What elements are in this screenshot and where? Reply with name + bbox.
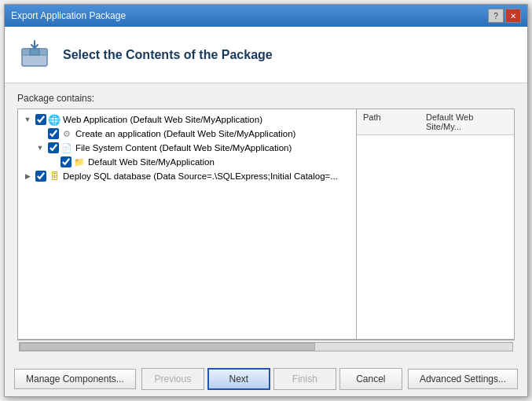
tree-label: File System Content (Default Web Site/My… (75, 143, 292, 153)
folder-icon: 📁 (73, 156, 86, 168)
globe-icon: 🌐 (48, 113, 61, 126)
previous-button[interactable]: Previous (141, 368, 204, 390)
tree-label: Default Web Site/MyApplication (88, 157, 215, 167)
tree-checkbox[interactable] (35, 114, 46, 125)
expand-icon[interactable]: ▶ (21, 170, 34, 182)
database-icon: 🗄 (48, 170, 61, 182)
expand-icon (34, 127, 46, 140)
manage-components-button[interactable]: Manage Components... (14, 369, 136, 389)
tree-row[interactable]: ▼ 📄 File System Content (Default Web Sit… (18, 141, 356, 155)
app-icon: ⚙ (61, 127, 73, 140)
tree-label: Deploy SQL database (Data Source=.\SQLEx… (63, 171, 338, 181)
tree-checkbox[interactable] (48, 142, 59, 153)
right-panel: Path Default Web Site/My... (357, 109, 514, 339)
svg-rect-2 (30, 49, 39, 55)
content-area: Package contains: ▼ 🌐 Web Application (D… (5, 83, 527, 362)
tree-row[interactable]: ▶ 🗄 Deploy SQL database (Data Source=.\S… (18, 169, 356, 183)
tree-row[interactable]: 📁 Default Web Site/MyApplication (18, 155, 356, 169)
tree-label: Web Application (Default Web Site/MyAppl… (63, 115, 262, 124)
expand-icon[interactable]: ▼ (21, 113, 34, 126)
tree-checkbox[interactable] (48, 128, 59, 139)
tree-panel[interactable]: ▼ 🌐 Web Application (Default Web Site/My… (18, 109, 357, 339)
right-panel-header: Path Default Web Site/My... (357, 109, 514, 135)
finish-button[interactable]: Finish (273, 368, 336, 390)
dialog-title: Export Application Package (11, 10, 126, 21)
cancel-button[interactable]: Cancel (339, 368, 402, 390)
tree-row[interactable]: ⚙ Create an application (Default Web Sit… (18, 127, 356, 141)
col-path-header: Path (363, 112, 426, 131)
col-site-header: Default Web Site/My... (426, 112, 508, 131)
advanced-settings-button[interactable]: Advanced Settings... (408, 369, 518, 389)
nav-buttons: Previous Next Finish Cancel (141, 368, 402, 390)
horizontal-scrollbar[interactable] (19, 342, 513, 351)
header-title: Select the Contents of the Package (63, 48, 273, 62)
dialog: Export Application Package ? ✕ Select th… (4, 4, 528, 397)
close-button[interactable]: ✕ (505, 9, 521, 23)
tree-checkbox[interactable] (35, 171, 46, 182)
tree-checkbox[interactable] (61, 156, 72, 167)
scrollbar-area (17, 340, 515, 352)
help-button[interactable]: ? (488, 9, 504, 23)
title-bar: Export Application Package ? ✕ (5, 5, 527, 27)
bottom-buttons: Manage Components... Previous Next Finis… (5, 362, 527, 396)
main-panels: ▼ 🌐 Web Application (Default Web Site/My… (17, 109, 515, 340)
content-icon: 📄 (61, 142, 73, 154)
tree-row[interactable]: ▼ 🌐 Web Application (Default Web Site/My… (18, 112, 356, 127)
package-label: Package contains: (17, 93, 515, 104)
tree-label: Create an application (Default Web Site/… (75, 129, 295, 138)
scrollbar-thumb (20, 343, 315, 351)
title-bar-buttons: ? ✕ (488, 9, 521, 23)
expand-icon[interactable]: ▼ (34, 142, 46, 154)
expand-icon (46, 156, 59, 168)
next-button[interactable]: Next (207, 368, 270, 390)
header-section: Select the Contents of the Package (5, 27, 527, 83)
header-icon (17, 38, 52, 72)
